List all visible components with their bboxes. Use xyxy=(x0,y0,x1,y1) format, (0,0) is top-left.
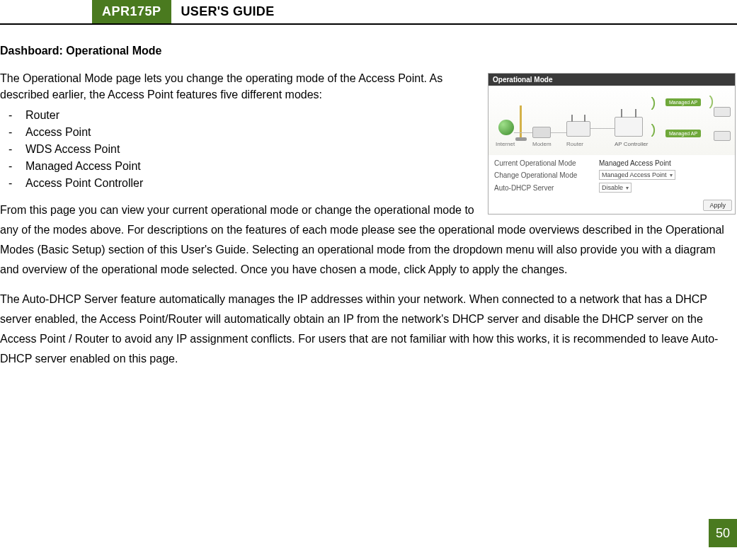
page-number: 50 xyxy=(709,519,737,547)
apply-button[interactable]: Apply xyxy=(703,200,732,211)
doc-header: APR175P USER'S GUIDE xyxy=(0,0,737,25)
paragraph-2: The Auto-DHCP Server feature automatical… xyxy=(0,290,737,369)
doc-title: USER'S GUIDE xyxy=(171,0,285,23)
list-item: Managed Access Point xyxy=(25,158,737,175)
modes-list: Router Access Point WDS Access Point Man… xyxy=(0,107,737,192)
product-badge: APR175P xyxy=(92,0,171,23)
figure-header: Operational Mode xyxy=(489,74,735,86)
list-item: Access Point xyxy=(25,124,737,141)
figure-apply-row: Apply xyxy=(489,198,735,214)
list-item: Router xyxy=(25,107,737,124)
list-item: Access Point Controller xyxy=(25,175,737,192)
managed-ap-badge: Managed AP xyxy=(665,98,701,106)
list-item: WDS Access Point xyxy=(25,141,737,158)
section-title: Dashboard: Operational Mode xyxy=(0,45,737,57)
